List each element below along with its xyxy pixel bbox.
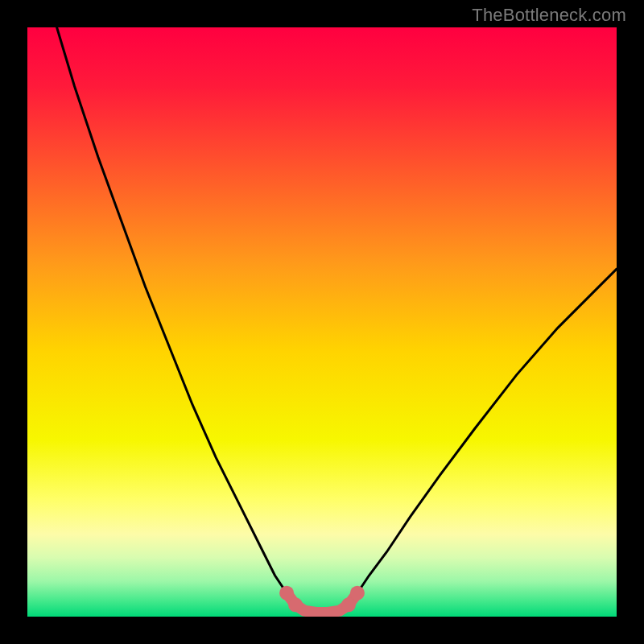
plot-area [27, 27, 617, 617]
highlight-dot [350, 586, 365, 601]
watermark-text: TheBottleneck.com [472, 5, 626, 26]
highlight-dot [279, 586, 294, 601]
gradient-background [27, 27, 617, 617]
chart-frame: TheBottleneck.com [0, 0, 644, 644]
highlight-dot [288, 597, 303, 612]
highlight-dot [341, 597, 356, 612]
chart-svg [27, 27, 617, 617]
